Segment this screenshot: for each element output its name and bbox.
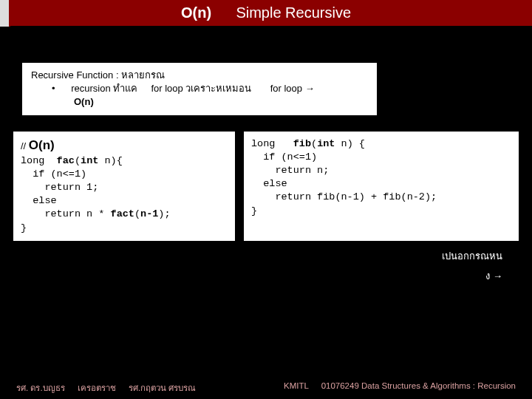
cr3: return n; [251,165,329,176]
title-bar: O(n) Simple Recursive [0,0,532,26]
cl2: if (n<=1) [21,168,86,180]
code-fac: // O(n) long fac(int n){ if (n<=1) retur… [13,132,235,241]
cl1: long fac(int n){ [21,155,123,166]
cr1: long fib(int n) { [251,138,365,149]
description-box: Recursive Function : หลายกรณ • recursion… [22,63,377,115]
desc-line3: O(n) [74,95,368,109]
title-complexity: O(n) [181,4,211,21]
bullet: • [52,83,55,94]
footer: รศ. ดร.บญธร เครอตราช รศ.กฤตวน ศรบรณ KMIT… [0,381,532,395]
cl6: } [21,222,27,233]
cr4: else [251,178,287,189]
cr6: } [251,205,257,216]
left-tab-decor [0,0,10,27]
desc-l2c: for loop → [270,83,315,94]
title-text: Simple Recursive [236,4,351,21]
author2: เครอตราช [78,383,116,392]
author3: รศ.กฤตวน ศรบรณ [129,383,196,392]
author1: รศ. ดร.บญธร [16,383,65,392]
code-row: // O(n) long fac(int n){ if (n<=1) retur… [13,132,519,241]
desc-line1: Recursive Function : หลายกรณ [31,69,368,82]
code-l-head-b: O(n) [29,138,55,152]
note-1: เปนอกกรณหน [0,248,502,264]
desc-line2: • recursion ทำแค for loop วเคราะหเหมอน f… [52,82,368,95]
code-fib: long fib(int n) { if (n<=1) return n; el… [244,132,519,241]
cl4: else [21,195,57,206]
inst: KMITL [284,381,308,390]
cr2: if (n<=1) [251,151,317,163]
desc-l2a: recursion ทำแค [71,83,137,94]
course: 01076249 Data Structures & Algorithms : … [321,381,516,390]
cl5: return n * fact(n-1); [21,208,171,219]
cl3: return 1; [21,182,98,193]
note-2: ง → [0,268,502,284]
code-l-head-a: // [21,140,29,151]
cr5: return fib(n-1) + fib(n-2); [251,191,437,202]
desc-l2b: for loop วเคราะหเหมอน [151,83,251,94]
footer-right: KMITL 01076249 Data Structures & Algorit… [284,381,516,395]
footer-left: รศ. ดร.บญธร เครอตราช รศ.กฤตวน ศรบรณ [16,381,196,395]
